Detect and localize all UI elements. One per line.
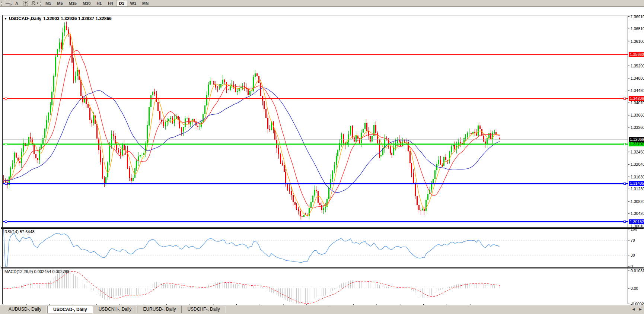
price-line-label-1.30152[interactable]: 1.30152	[629, 219, 644, 224]
price-axis-tick-1.34480: 1.34480	[631, 88, 644, 93]
price-axis-tick-1.36510: 1.36510	[631, 26, 644, 31]
timeframe-button-mn[interactable]: MN	[139, 0, 152, 6]
text-tool-button[interactable]: A	[12, 0, 21, 6]
symbol-dropdown-icon[interactable]: ▼	[4, 17, 7, 20]
price-axis-tick-1.36910: 1.36910	[631, 15, 644, 19]
price-axis-tick-1.30420: 1.30420	[631, 211, 644, 216]
arrows-tool-button[interactable]: ▾	[30, 0, 39, 6]
price-axis-tick-1.31230: 1.31230	[631, 187, 644, 191]
timeframe-button-m30[interactable]: M30	[80, 0, 93, 6]
symbol-period-label: USDCAD-,Daily	[9, 16, 41, 21]
price-axis-tick-1.33260: 1.33260	[631, 125, 644, 130]
ohlc-quotes: 1.32903 1.32936 1.32837 1.32866	[43, 16, 112, 21]
rsi-axis-tick-0: 0	[631, 264, 633, 269]
price-line-label-1.31405[interactable]: 1.31405	[629, 181, 644, 186]
timeframe-button-m1[interactable]: M1	[42, 0, 54, 6]
ma-slow-line	[4, 88, 500, 193]
rsi-axis-tick-70: 70	[631, 238, 635, 242]
timeframe-button-m15[interactable]: M15	[66, 0, 80, 6]
chart-tabs: AUDUSD-, DailyUSDCAD-, DailyUSDCNH-, Dai…	[3, 306, 226, 313]
chart-tab-usdchfdaily[interactable]: USDCHF-, Daily	[182, 306, 226, 313]
price-axis-tick-1.32040: 1.32040	[631, 162, 644, 166]
macd-layer	[4, 270, 500, 304]
text-label-icon: T	[23, 1, 28, 6]
chart-title: ▼ USDCAD-,Daily 1.32903 1.32936 1.32837 …	[4, 16, 112, 21]
chart-tab-eurusddaily[interactable]: EURUSD-, Daily	[137, 306, 182, 313]
timeframe-button-w1[interactable]: W1	[127, 0, 140, 6]
macd-axis-tick-0.010311: 0.010311	[631, 269, 644, 273]
mt4-window: F A T ▾ M1M5M15M30H1H4D1W1MN ▼ USDCAD-,D…	[0, 0, 644, 314]
price-axis-tick-1.30820: 1.30820	[631, 199, 644, 204]
chart-tab-usdcnhdaily[interactable]: USDCNH-, Daily	[93, 306, 138, 313]
price-axis-tick-1.34880: 1.34880	[631, 76, 644, 80]
fibonacci-tool-button[interactable]: F	[3, 0, 12, 6]
chart-tab-bar: AUDUSD-, DailyUSDCAD-, DailyUSDCNH-, Dai…	[0, 305, 644, 314]
chart-canvas[interactable]	[0, 7, 644, 314]
price-line-label-1.32707[interactable]: 1.32707	[629, 142, 644, 146]
fibonacci-icon	[6, 1, 10, 5]
rsi-axis-tick-30: 30	[631, 253, 635, 257]
timeframe-button-d1[interactable]: D1	[116, 0, 127, 6]
text-label-tool-button[interactable]: T	[21, 0, 30, 6]
timeframe-button-m5[interactable]: M5	[54, 0, 66, 6]
arrows-icon	[31, 1, 36, 6]
top-toolbar: F A T ▾ M1M5M15M30H1H4D1W1MN	[0, 0, 644, 7]
price-axis-tick-1.36100: 1.36100	[631, 39, 644, 44]
chart-tab-audusddaily[interactable]: AUDUSD-, Daily	[3, 306, 47, 313]
tab-scroll-buttons: ◀ ▶	[632, 308, 642, 311]
macd-axis-tick-0.00: 0.00	[631, 286, 638, 291]
tab-scroll-right-icon[interactable]: ▶	[639, 308, 642, 311]
price-line-label-1.35660[interactable]: 1.35660	[629, 52, 644, 57]
ma-medium-line	[4, 50, 500, 208]
tab-scroll-left-icon[interactable]: ◀	[632, 308, 635, 311]
price-axis-tick-1.34070: 1.34070	[631, 101, 644, 105]
candles-layer	[3, 22, 500, 221]
rsi-line-layer	[4, 229, 500, 266]
rsi-axis-tick-100: 100	[631, 227, 637, 231]
price-axis-tick-1.32450: 1.32450	[631, 150, 644, 154]
timeframe-button-group: M1M5M15M30H1H4D1W1MN	[42, 0, 152, 6]
price-line-label-1.34206[interactable]: 1.34206	[629, 96, 644, 101]
timeframe-button-h4[interactable]: H4	[105, 0, 116, 6]
moving-averages-layer	[4, 34, 500, 216]
price-axis-tick-1.35290: 1.35290	[631, 64, 644, 68]
chart-tab-usdcaddaily[interactable]: USDCAD-, Daily	[47, 306, 93, 313]
timeframe-toolbar-grip[interactable]	[40, 1, 41, 6]
chart-window: ▼ USDCAD-,Daily 1.32903 1.32936 1.32837 …	[0, 7, 644, 305]
macd-indicator-label: MACD(12,26,9) 0.002454 0.002788	[4, 269, 69, 274]
ma-fast-line	[4, 34, 500, 216]
price-axis-tick-1.31630: 1.31630	[631, 175, 644, 179]
price-axis-tick-1.33660: 1.33660	[631, 113, 644, 117]
current-price-label: 1.32866	[629, 137, 644, 142]
text-tool-icon: A	[15, 1, 18, 6]
toolbar-grip[interactable]	[1, 1, 2, 6]
rsi-indicator-label: RSI(14) 57.6448	[4, 229, 35, 234]
arrows-dropdown-caret[interactable]: ▾	[37, 1, 38, 5]
timeframe-button-h1[interactable]: H1	[93, 0, 105, 6]
